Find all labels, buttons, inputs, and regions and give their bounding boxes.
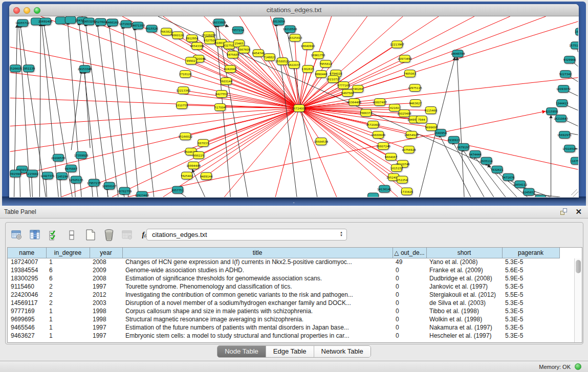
graph-node[interactable]: 2603144 — [220, 78, 233, 85]
graph-node[interactable]: 1810755 — [176, 102, 188, 109]
table-row[interactable]: 1830029562008Estimation of significance … — [8, 274, 568, 282]
graph-node[interactable]: 14136141 — [377, 185, 391, 192]
graph-node[interactable]: 12923468 — [135, 191, 149, 197]
graph-node[interactable]: 6679197 — [457, 143, 470, 150]
table-row[interactable]: 1938455462009Genome-wide association stu… — [8, 266, 568, 274]
graph-node[interactable]: 9475685 — [227, 51, 239, 58]
citation-network-graph[interactable]: 1405571220691406184371481065328715276026… — [10, 16, 578, 197]
graph-node[interactable] — [535, 195, 546, 197]
graph-node[interactable]: 19654923 — [404, 131, 419, 138]
graph-node[interactable]: 8215958 — [546, 107, 558, 115]
graph-node[interactable]: 2935114 — [480, 157, 493, 164]
graph-node[interactable]: 20364486 — [347, 99, 361, 106]
graph-node[interactable]: 9463627 — [409, 100, 422, 107]
graph-node[interactable]: 15584534 — [314, 138, 328, 145]
graph-node[interactable]: 20691406 — [38, 18, 53, 25]
graph-node[interactable]: 14671358 — [130, 22, 145, 29]
table-scrollbar[interactable] — [574, 258, 582, 342]
table-row[interactable]: 1872400712008Changes of HCN gene express… — [8, 258, 568, 266]
graph-node[interactable]: 10994489 — [186, 162, 201, 169]
graph-node[interactable]: 10958107 — [102, 182, 117, 189]
graph-node[interactable]: 9242848 — [224, 65, 237, 73]
graph-node[interactable]: 16210727 — [326, 76, 340, 83]
graph-node[interactable]: 12213967 — [390, 41, 404, 48]
graph-node[interactable]: 9975887 — [65, 165, 78, 172]
graph-node[interactable]: 1527602 — [94, 18, 106, 26]
graph-node[interactable]: 17957235 — [87, 179, 101, 186]
graph-node[interactable] — [65, 16, 76, 24]
graph-node[interactable]: 998225 — [193, 151, 204, 159]
graph-node[interactable]: 8912954 — [186, 35, 199, 42]
graph-node[interactable]: 9990448 — [315, 71, 328, 78]
graph-node[interactable]: 2867608 — [238, 46, 251, 53]
graph-node[interactable]: 12093872 — [556, 85, 571, 93]
graph-node[interactable]: 12213363 — [176, 87, 190, 94]
show-columns-button[interactable] — [29, 229, 41, 241]
graph-node[interactable]: 18807249 — [376, 142, 390, 149]
graph-node[interactable]: 9474444 — [469, 150, 482, 158]
graph-node[interactable]: 9860126 — [171, 32, 184, 39]
graph-node[interactable]: 1145194 — [56, 172, 69, 180]
table-row[interactable]: 946362711997Embryonic stem cells: a mode… — [8, 332, 568, 340]
tab-edge-table[interactable]: Edge Table — [266, 346, 314, 357]
graph-node[interactable]: 99902 — [186, 57, 197, 64]
column-header-name[interactable]: name — [8, 248, 46, 258]
column-header-pagerank[interactable]: pagerank — [502, 248, 559, 258]
graph-node[interactable]: 16210643 — [554, 115, 568, 122]
graph-node[interactable]: 19218506 — [283, 26, 297, 33]
table-row[interactable]: 977716911998Corpus callosum shape and si… — [8, 307, 568, 315]
graph-node[interactable]: 9489144 — [200, 172, 213, 180]
select-all-button[interactable] — [48, 229, 60, 241]
graph-node[interactable] — [368, 193, 379, 197]
graph-node[interactable]: 8427552 — [215, 91, 228, 98]
graph-node[interactable]: 7625402 — [181, 172, 193, 179]
network-window-titlebar[interactable]: citations_edges.txt — [9, 4, 579, 16]
graph-node[interactable]: 6822037 — [288, 61, 300, 69]
graph-node[interactable]: 517004 — [214, 104, 225, 111]
unselect-all-button[interactable] — [66, 229, 78, 241]
graph-node[interactable]: 887833 — [198, 139, 209, 146]
graph-node[interactable]: 10654112 — [513, 181, 527, 188]
float-window-icon[interactable] — [560, 208, 568, 215]
graph-node[interactable]: 9684067 — [385, 153, 398, 160]
graph-node[interactable]: 16961758 — [311, 52, 325, 59]
column-header-title[interactable]: title — [122, 248, 393, 258]
graph-node[interactable]: 7857234 — [232, 27, 245, 34]
graph-node[interactable]: 17016504 — [562, 145, 577, 152]
column-header-out-de-[interactable]: △ out_de... — [393, 248, 426, 258]
column-header-short[interactable]: short — [426, 248, 502, 258]
graph-node[interactable]: 17359928 — [74, 151, 89, 159]
graph-node[interactable]: 29153346 — [78, 65, 92, 73]
graph-node[interactable]: 7615526 — [145, 25, 158, 32]
graph-node[interactable]: 16648784 — [451, 50, 465, 57]
graph-node[interactable]: 1615152 — [390, 164, 403, 171]
graph-node[interactable]: 7832621 — [491, 166, 503, 173]
table-row[interactable]: 1456911722003Disruption of a novel membe… — [8, 299, 568, 307]
graph-node[interactable]: 1215682 — [26, 170, 38, 177]
close-panel-icon[interactable]: ✕ — [575, 207, 582, 216]
table-row[interactable]: 911546021997Tourette syndrome. Phenomeno… — [8, 282, 568, 291]
graph-node[interactable]: 18325413 — [288, 34, 302, 41]
table-row[interactable]: 2242004622012Investigating the contribut… — [8, 291, 568, 299]
table-row[interactable]: 946554611997Estimation of the future num… — [8, 323, 568, 332]
column-header-year[interactable]: year — [90, 248, 122, 258]
graph-node[interactable]: 9699695 — [425, 123, 438, 130]
table-select-dropdown[interactable]: citations_edges.txt ▲▼ — [146, 229, 347, 240]
graph-node[interactable]: 1733426 — [401, 188, 413, 195]
graph-node[interactable]: 10973493 — [398, 55, 412, 62]
network-window[interactable]: citations_edges.txt 14055712206914061843… — [9, 4, 579, 198]
graph-node[interactable]: 12505135 — [69, 176, 83, 183]
graph-node[interactable]: 10807487 — [373, 99, 387, 106]
graph-node[interactable]: 7955812 — [319, 60, 332, 68]
graph-node[interactable]: 1244413 — [556, 100, 569, 107]
graph-node[interactable]: 14055712 — [15, 19, 30, 27]
graph-node[interactable]: 62160 — [389, 104, 400, 112]
graph-node[interactable]: 20206576 — [51, 154, 66, 161]
graph-node[interactable] — [55, 17, 66, 24]
graph-node[interactable]: 391590 — [10, 170, 21, 177]
graph-node[interactable]: 2718120 — [179, 71, 192, 78]
resize-grip-icon[interactable] — [569, 188, 577, 196]
graph-node[interactable]: 6466160 — [106, 19, 119, 26]
new-table-button[interactable] — [84, 229, 97, 241]
graph-node[interactable]: 10756928 — [402, 146, 416, 153]
